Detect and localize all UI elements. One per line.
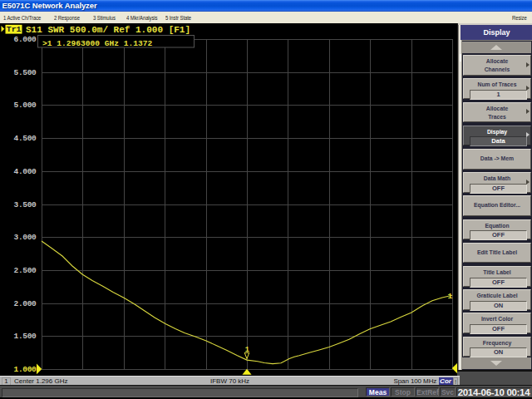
svg-text:4.000: 4.000 [13,167,37,176]
svg-text:1: 1 [448,292,453,301]
svg-text:Tr1: Tr1 [7,25,22,34]
svg-text:2.500: 2.500 [13,266,37,275]
svg-text:1.000: 1.000 [13,365,37,374]
svg-text:4.500: 4.500 [13,134,37,143]
svg-text:3.500: 3.500 [13,200,37,209]
svg-text:>1 1.2963000 GHz 1.1372: >1 1.2963000 GHz 1.1372 [42,39,153,48]
svg-text:5.000: 5.000 [13,101,37,110]
svg-text:S11 SWR 500.0m/ Ref 1.000 [F1]: S11 SWR 500.0m/ Ref 1.000 [F1] [26,25,190,35]
svg-text:6.000: 6.000 [13,35,37,44]
svg-text:3.000: 3.000 [13,233,37,242]
svg-text:2.000: 2.000 [13,299,37,308]
svg-text:1.500: 1.500 [13,332,37,341]
svg-text:5.500: 5.500 [13,68,37,77]
